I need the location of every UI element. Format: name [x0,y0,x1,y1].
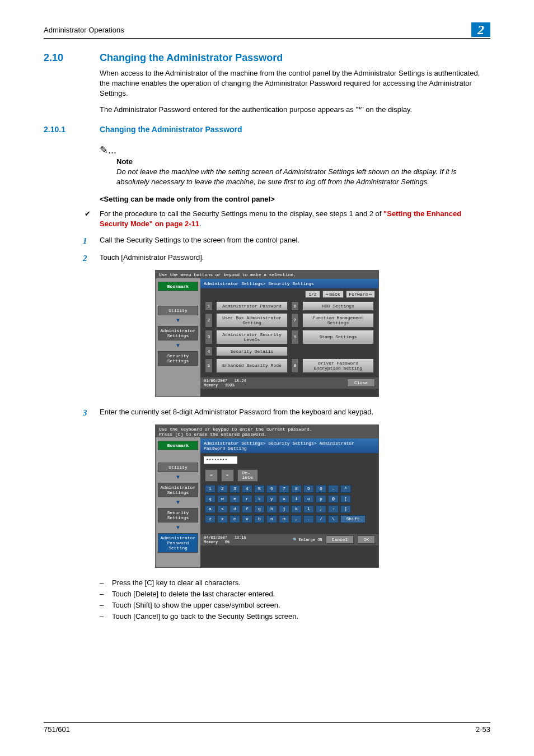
footer-right: 2-53 [476,725,490,734]
admin-sec-levels-button[interactable]: Administrator Security Levels [216,330,288,344]
key[interactable]: \ [328,515,339,523]
key[interactable]: r [242,495,252,503]
key[interactable]: j [279,505,289,513]
key[interactable]: w [217,495,228,503]
key[interactable]: - [328,485,339,493]
key[interactable]: f [242,505,252,513]
key[interactable]: 9 [303,485,314,493]
key[interactable]: 4 [242,485,252,493]
key[interactable]: 5 [254,485,265,493]
utility-button[interactable]: Utility [158,463,198,472]
menu-num: 2 [205,313,213,328]
key[interactable]: a [205,505,216,513]
driver-pw-encrypt-button[interactable]: Driver Password Encryption Setting [302,358,374,373]
dash-icon: – [100,589,106,599]
key[interactable]: s [217,505,228,513]
key[interactable]: 2 [217,485,228,493]
admin-settings-button[interactable]: Administrator Settings [158,326,198,340]
subsection-title: Changing the Administrator Password [100,125,242,134]
key[interactable]: d [229,505,240,513]
key[interactable]: : [328,505,339,513]
screenshot-security-settings: Use the menu buttons or keypad to make a… [155,270,379,397]
sub-step: Touch [Shift] to show the upper case/sym… [112,600,280,610]
arrow-down-icon: ▼ [156,343,200,349]
hdd-settings-button[interactable]: HDD Settings [302,301,374,311]
admin-settings-button[interactable]: Administrator Settings [158,483,198,497]
security-settings-button[interactable]: Security Settings [158,508,198,522]
delete-button[interactable]: De- lete [237,469,258,482]
shift-button[interactable]: Shift [340,515,366,523]
sub-step: Press the [C] key to clear all character… [112,578,241,588]
key[interactable]: q [205,495,216,503]
keyboard-row-4: z x c v b n m , . / \ Shift [200,514,378,524]
key[interactable]: i [291,495,302,503]
key[interactable]: [ [340,495,351,503]
chapter-number: 2 [471,22,490,37]
key[interactable]: x [217,515,228,523]
key[interactable]: k [291,505,302,513]
key[interactable]: e [229,495,240,503]
key[interactable]: 8 [291,485,302,493]
key[interactable]: l [303,505,314,513]
enlarge-toggle[interactable]: 🔍 Enlarge ON [293,538,322,542]
key[interactable]: c [229,515,240,523]
admin-pw-setting-button[interactable]: Administrator Password Setting [158,533,198,553]
function-mgmt-button[interactable]: Function Management Settings [302,313,374,328]
key[interactable]: p [316,495,326,503]
key[interactable]: , [291,515,302,523]
check-icon: ✔ [83,209,92,229]
security-settings-button[interactable]: Security Settings [158,351,198,366]
left-arrow-button[interactable]: ⬅ [205,469,218,482]
key[interactable]: y [266,495,277,503]
footer-mem-pct: 0% [225,540,229,544]
forward-button[interactable]: Forward ↦ [346,291,375,298]
step-text: Enter the currently set 8-digit Administ… [100,407,373,419]
dash-icon: – [100,612,106,622]
utility-button[interactable]: Utility [158,306,198,315]
back-button[interactable]: ↤ Back [322,291,344,298]
key[interactable]: o [303,495,314,503]
menu-num: 0 [291,358,299,373]
bookmark-button[interactable]: Bookmark [158,441,198,450]
bookmark-button[interactable]: Bookmark [158,282,198,291]
note-block: ✎... Note Do not leave the machine with … [100,144,490,187]
arrow-down-icon: ▼ [156,525,200,531]
key[interactable]: m [279,515,289,523]
footer-date: 04/03/2007 [204,535,227,540]
header-title: Administrator Operations [44,26,124,34]
sh-sidebar: Bookmark Utility ▼ Administrator Setting… [156,437,200,567]
key[interactable]: b [254,515,265,523]
key[interactable]: @ [328,495,339,503]
user-box-admin-button[interactable]: User Box Administrator Setting [216,313,288,328]
key[interactable]: 6 [266,485,277,493]
security-details-button[interactable]: Security Details [216,347,288,356]
key[interactable]: 7 [279,485,289,493]
key[interactable]: ^ [340,485,351,493]
cancel-button[interactable]: Cancel [326,535,354,544]
key[interactable]: 3 [229,485,240,493]
close-button[interactable]: Close [347,379,375,387]
menu-num: 8 [291,330,299,344]
key[interactable]: h [266,505,277,513]
key[interactable]: ; [316,505,326,513]
key[interactable]: ] [340,505,351,513]
key[interactable]: / [316,515,326,523]
key[interactable]: . [303,515,314,523]
password-input[interactable]: ******** [204,456,237,464]
key[interactable]: z [205,515,216,523]
enhanced-security-button[interactable]: Enhanced Security Mode [216,358,288,373]
intro-para-1: When access to the Administrator of the … [100,68,490,99]
key[interactable]: g [254,505,265,513]
right-arrow-button[interactable]: ➡ [221,469,234,482]
key[interactable]: 0 [316,485,326,493]
key[interactable]: n [266,515,277,523]
admin-password-button[interactable]: Administrator Password [216,301,288,311]
key[interactable]: v [242,515,252,523]
key[interactable]: t [254,495,265,503]
key[interactable]: u [279,495,289,503]
key[interactable]: 1 [205,485,216,493]
menu-num: 4 [205,347,213,356]
footer-left: 751/601 [44,725,70,734]
ok-button[interactable]: OK [357,535,375,544]
stamp-settings-button[interactable]: Stamp Settings [302,330,374,344]
